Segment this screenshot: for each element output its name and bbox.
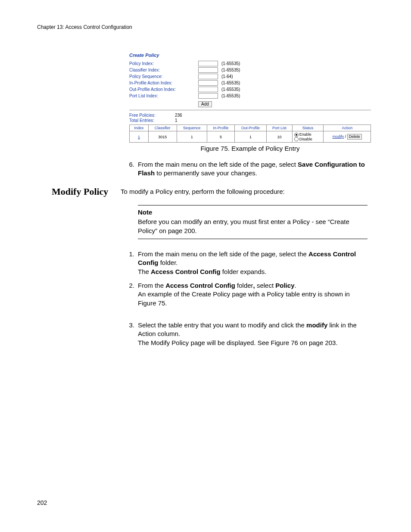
divider	[129, 110, 371, 110]
step-1-line2a: The	[138, 268, 151, 275]
step-1-number: 1.	[121, 250, 138, 276]
step-3-bold-1: modify	[306, 321, 327, 329]
input-out-profile-action-index[interactable]	[198, 87, 218, 92]
section-heading-modify-policy: Modify Policy	[52, 186, 108, 197]
label-disable: Disable	[299, 137, 312, 141]
th-sequence: Sequence	[177, 125, 207, 131]
step-1-text-2: folder.	[158, 259, 177, 266]
hint-classifier-index: (1-65535)	[221, 68, 240, 72]
step-3: 3. Select the table entry that you want …	[121, 321, 367, 347]
input-port-list-index[interactable]	[198, 93, 218, 99]
cell-out-profile: 1	[235, 131, 267, 143]
step-1-text-1: From the main menu on the left side of t…	[138, 250, 308, 258]
row-policy-index: Policy Index: (1-65535)	[129, 60, 371, 66]
step-3-line2: The Modify Policy page will be displayed…	[138, 339, 338, 346]
th-index: Index	[130, 125, 149, 131]
chapter-header: Chapter 13: Access Control Configuration	[37, 24, 132, 30]
intro-text: To modify a Policy entry, perform the fo…	[121, 187, 367, 196]
note-title: Note	[138, 208, 367, 217]
label-free-policies: Free Policies:	[129, 113, 175, 118]
label-out-profile-action-index: Out-Profile Action Index:	[129, 87, 198, 92]
step-6-number: 6.	[121, 160, 138, 178]
note-bottom-rule	[138, 239, 367, 239]
step-3-number: 3.	[121, 321, 138, 347]
row-free-policies: Free Policies: 236	[129, 113, 371, 118]
note-top-rule	[138, 205, 367, 205]
label-policy-sequence: Policy Sequence:	[129, 74, 198, 79]
add-button[interactable]: Add	[198, 101, 212, 107]
step-2-text-1: From the	[138, 282, 165, 289]
step-2-text-4: .	[294, 282, 296, 289]
step-3-text-1: Select the table entry that you want to …	[138, 321, 306, 329]
hint-out-profile-action-index: (1-65535)	[221, 87, 240, 92]
table-row: 1 3015 1 5 1 10 Enable Disable modify / …	[130, 131, 371, 143]
th-out-profile: Out-Profile	[235, 125, 267, 131]
th-action: Action	[324, 125, 371, 131]
step-2-text-3: select	[255, 282, 276, 289]
table-header-row: Index Classifier Sequence In-Profile Out…	[130, 125, 371, 131]
th-status: Status	[292, 125, 324, 131]
note-body: Before you can modify an entry, you must…	[138, 218, 367, 235]
step-2: 2. From the Access Control Config folder…	[121, 281, 367, 308]
row-port-list-index: Port List Index: (1-65535)	[129, 93, 371, 99]
hint-port-list-index: (1-65535)	[221, 93, 240, 98]
step-1-line2c: folder expands.	[221, 268, 267, 275]
label-total-entries: Total Entries:	[129, 118, 175, 123]
cell-sequence: 1	[177, 131, 207, 143]
radio-disable[interactable]	[294, 137, 299, 141]
modify-link[interactable]: modify	[333, 134, 344, 139]
radio-enable[interactable]	[294, 133, 299, 137]
note-box: Note Before you can modify an entry, you…	[121, 205, 367, 239]
page-number: 202	[37, 499, 47, 506]
input-policy-sequence[interactable]	[198, 74, 218, 79]
input-in-profile-action-index[interactable]	[198, 80, 218, 86]
label-enable: Enable	[299, 132, 311, 137]
cell-in-profile: 5	[207, 131, 235, 143]
row-out-profile-action-index: Out-Profile Action Index: (1-65535)	[129, 86, 371, 92]
th-in-profile: In-Profile	[207, 125, 235, 131]
step-2-bold-2: Policy	[275, 282, 294, 289]
policy-table: Index Classifier Sequence In-Profile Out…	[129, 124, 371, 143]
label-policy-index: Policy Index:	[129, 61, 198, 66]
row-policy-sequence: Policy Sequence: (1-64)	[129, 73, 371, 79]
step-6-text-2: to permanently save your changes.	[155, 169, 257, 177]
step-6: 6. From the main menu on the left side o…	[121, 160, 367, 178]
input-classifier-index[interactable]	[198, 67, 218, 73]
label-in-profile-action-index: In-Profile Action Index:	[129, 81, 198, 85]
cell-classifier: 3015	[149, 131, 177, 143]
row-in-profile-action-index: In-Profile Action Index: (1-65535)	[129, 80, 371, 86]
input-policy-index[interactable]	[198, 61, 218, 66]
figure-caption: Figure 75. Example of Policy Entry	[129, 145, 371, 152]
step-2-text-2: folder	[235, 282, 253, 289]
cell-index-link[interactable]: 1	[138, 135, 140, 139]
step-2-bold-1: Access Control Config	[165, 282, 235, 289]
step-6-text-1: From the main menu on the left side of t…	[138, 161, 298, 168]
figure-create-policy: Create Policy Policy Index: (1-65535) Cl…	[129, 53, 371, 143]
cell-port-list: 10	[267, 131, 293, 143]
label-classifier-index: Classifier Index:	[129, 68, 198, 72]
th-port-list: Port List	[267, 125, 293, 131]
step-1: 1. From the main menu on the left side o…	[121, 250, 367, 276]
step-2-number: 2.	[121, 281, 138, 308]
step-2-line2: An example of the Create Policy page wit…	[138, 290, 350, 306]
row-classifier-index: Classifier Index: (1-65535)	[129, 67, 371, 73]
value-total-entries: 1	[175, 118, 177, 123]
hint-in-profile-action-index: (1-65535)	[221, 81, 240, 85]
value-free-policies: 236	[175, 113, 182, 118]
step-1-line2b: Access Control Config	[151, 268, 221, 275]
hint-policy-index: (1-65535)	[221, 61, 240, 66]
th-classifier: Classifier	[149, 125, 177, 131]
panel-title: Create Policy	[129, 53, 371, 58]
delete-button[interactable]: Delete	[347, 134, 362, 140]
row-total-entries: Total Entries: 1	[129, 118, 371, 123]
hint-policy-sequence: (1-64)	[221, 74, 233, 79]
label-port-list-index: Port List Index:	[129, 93, 198, 98]
